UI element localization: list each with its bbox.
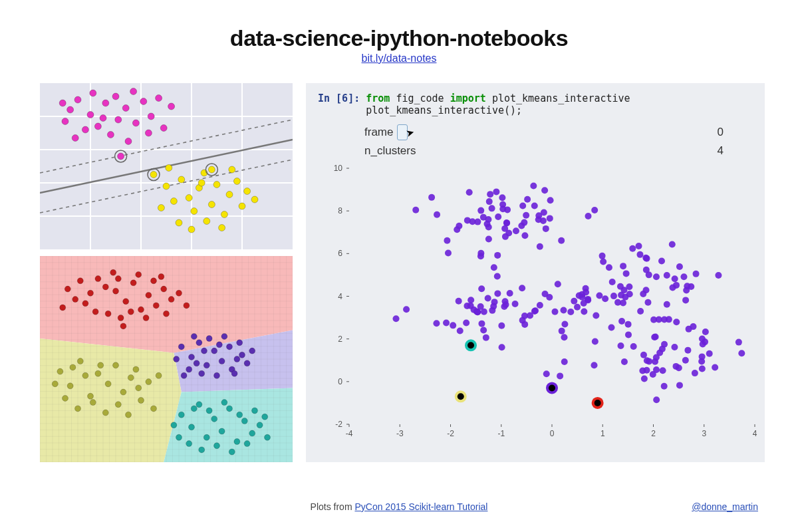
svg-point-37: [150, 172, 157, 178]
svg-point-399: [653, 273, 660, 280]
svg-point-349: [537, 302, 543, 309]
svg-point-168: [60, 305, 66, 311]
svg-point-145: [95, 276, 101, 282]
svg-point-18: [115, 116, 122, 123]
svg-point-58: [251, 196, 258, 203]
widget-frame[interactable]: frame ➤ 0: [364, 124, 724, 140]
svg-point-27: [160, 125, 167, 132]
svg-point-47: [213, 182, 220, 188]
svg-point-490: [557, 372, 563, 379]
left-column: [40, 83, 293, 488]
svg-point-499: [653, 366, 660, 373]
svg-point-21: [140, 98, 147, 105]
svg-point-368: [519, 285, 525, 291]
svg-point-155: [118, 315, 124, 321]
svg-point-313: [454, 226, 460, 233]
widget-nclusters[interactable]: n_clusters 4: [364, 144, 724, 158]
svg-point-242: [252, 408, 258, 414]
svg-point-203: [105, 381, 111, 387]
svg-point-237: [244, 441, 250, 447]
svg-point-209: [75, 406, 81, 412]
svg-point-15: [94, 123, 101, 130]
svg-point-322: [502, 233, 509, 240]
svg-point-50: [233, 178, 240, 185]
svg-point-356: [567, 309, 574, 315]
svg-point-409: [682, 297, 689, 303]
svg-point-417: [680, 273, 687, 280]
svg-point-245: [262, 414, 268, 420]
svg-point-182: [199, 370, 205, 376]
svg-point-14: [87, 112, 94, 118]
svg-point-240: [206, 408, 212, 414]
svg-point-433: [602, 295, 608, 302]
svg-point-415: [622, 294, 628, 301]
svg-point-144: [82, 301, 88, 307]
svg-point-450: [692, 370, 698, 376]
svg-text:-1: -1: [497, 429, 505, 438]
short-link[interactable]: bit.ly/data-notes: [362, 53, 437, 64]
svg-point-500: [676, 364, 682, 371]
svg-point-214: [138, 398, 144, 404]
svg-point-158: [168, 297, 174, 303]
svg-point-45: [208, 166, 215, 173]
svg-point-333: [591, 207, 598, 213]
svg-point-213: [126, 412, 132, 418]
svg-point-447: [735, 339, 742, 346]
svg-point-331: [444, 237, 450, 244]
svg-point-294: [486, 198, 493, 205]
svg-point-361: [393, 315, 400, 322]
svg-point-200: [77, 358, 83, 364]
svg-point-298: [499, 194, 505, 201]
svg-point-186: [174, 356, 180, 362]
code-cell: In [6]: from fig_code import plot_kmeans…: [306, 83, 765, 116]
svg-point-454: [682, 357, 689, 364]
twitter-link[interactable]: @donne_martin: [692, 501, 758, 512]
svg-point-247: [191, 406, 197, 412]
svg-point-157: [161, 286, 167, 292]
svg-point-481: [625, 331, 632, 338]
svg-point-149: [130, 280, 136, 286]
svg-point-163: [164, 311, 170, 317]
svg-point-448: [608, 324, 614, 331]
svg-point-281: [495, 213, 501, 220]
footer-source-link[interactable]: PyCon 2015 Scikit-learn Tutorial: [354, 501, 487, 512]
svg-point-220: [133, 366, 139, 372]
svg-point-371: [433, 320, 440, 327]
svg-point-411: [555, 281, 561, 287]
svg-point-49: [226, 192, 233, 198]
svg-point-476: [702, 329, 709, 335]
svg-point-455: [561, 358, 568, 365]
svg-text:1: 1: [600, 429, 605, 438]
svg-point-358: [498, 323, 505, 329]
svg-point-402: [693, 271, 700, 277]
svg-point-166: [143, 315, 149, 321]
svg-point-60: [166, 165, 172, 172]
svg-point-458: [621, 358, 628, 365]
svg-point-204: [113, 362, 119, 368]
svg-point-206: [128, 374, 134, 380]
svg-point-316: [464, 217, 471, 223]
svg-point-172: [120, 323, 126, 329]
slider-handle-icon[interactable]: ➤: [397, 124, 408, 140]
svg-point-435: [599, 253, 606, 259]
svg-point-160: [110, 269, 116, 275]
svg-point-176: [203, 362, 209, 368]
svg-point-246: [237, 412, 243, 418]
svg-point-167: [128, 309, 134, 315]
svg-point-55: [203, 218, 210, 225]
svg-point-427: [688, 283, 694, 290]
svg-point-225: [196, 402, 202, 408]
svg-point-169: [176, 290, 182, 296]
svg-point-385: [618, 342, 624, 349]
svg-point-187: [206, 336, 212, 342]
svg-point-288: [524, 196, 531, 203]
svg-point-406: [640, 291, 646, 297]
svg-point-173: [178, 344, 184, 350]
svg-point-338: [403, 306, 410, 313]
svg-point-384: [485, 295, 491, 301]
svg-point-391: [610, 293, 617, 299]
svg-text:0: 0: [550, 429, 555, 438]
svg-point-346: [581, 308, 587, 315]
svg-point-164: [115, 276, 121, 282]
svg-point-437: [606, 264, 612, 271]
